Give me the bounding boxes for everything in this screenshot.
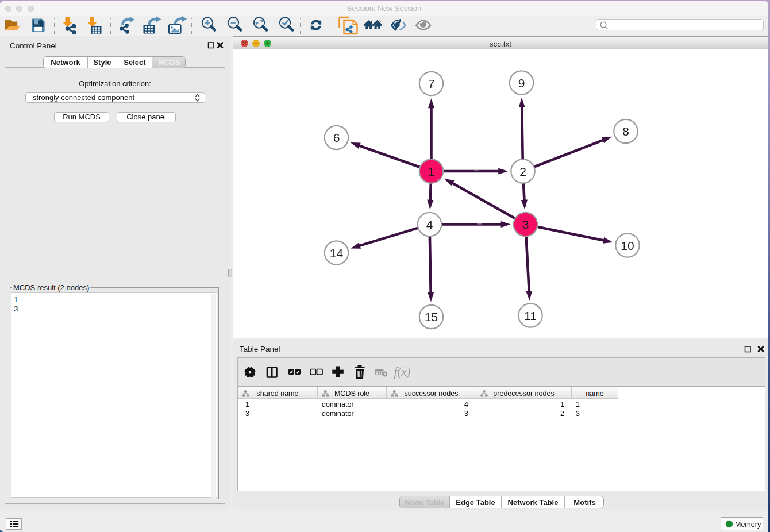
svg-text:3: 3 bbox=[522, 218, 529, 231]
svg-text:11: 11 bbox=[524, 309, 537, 322]
svg-text:15: 15 bbox=[425, 310, 438, 323]
svg-text:f(x): f(x) bbox=[394, 365, 410, 379]
svg-text:14: 14 bbox=[330, 246, 344, 260]
svg-text:2: 2 bbox=[519, 165, 526, 178]
svg-text:9: 9 bbox=[518, 76, 525, 90]
svg-text:10: 10 bbox=[621, 239, 634, 252]
svg-text:7: 7 bbox=[428, 77, 435, 90]
svg-text:8: 8 bbox=[622, 125, 629, 138]
svg-text:6: 6 bbox=[333, 131, 340, 144]
svg-text:4: 4 bbox=[426, 218, 433, 231]
svg-text:1: 1 bbox=[428, 165, 435, 178]
